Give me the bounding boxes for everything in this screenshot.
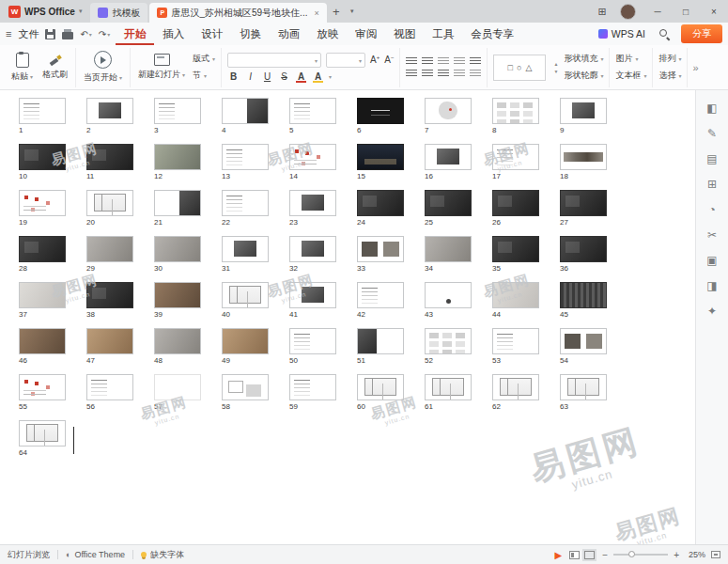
slide-thumbnail[interactable] <box>560 236 607 262</box>
font-color-button[interactable]: A <box>295 71 307 82</box>
slide-thumbnail[interactable] <box>560 98 607 124</box>
increase-font-button[interactable]: A+ <box>370 55 379 65</box>
panel-clock-icon[interactable]: ◔ <box>705 203 720 216</box>
wps-home-button[interactable]: W WPS Office ▾ <box>0 0 90 23</box>
missing-font-tip[interactable]: 缺失字体 <box>141 549 184 561</box>
slide-thumbnail[interactable] <box>357 236 404 262</box>
slide-thumbnail[interactable] <box>19 236 66 262</box>
panel-star-icon[interactable]: ✦ <box>705 305 720 318</box>
slide-thumbnail[interactable] <box>560 282 607 308</box>
slide-thumbnail[interactable] <box>289 144 336 170</box>
italic-button[interactable]: I <box>244 71 256 82</box>
slide-thumbnail[interactable] <box>492 144 539 170</box>
close-button[interactable]: × <box>700 0 728 23</box>
slide-thumbnail[interactable] <box>357 190 404 216</box>
strikethrough-button[interactable]: S <box>278 71 290 82</box>
slide-thumbnail[interactable] <box>154 236 201 262</box>
slide-thumbnail[interactable] <box>560 190 607 216</box>
slide-thumbnail[interactable] <box>19 420 66 446</box>
rectangle-shape-icon[interactable]: □ <box>508 63 513 72</box>
normal-view-button[interactable] <box>569 551 580 559</box>
ribbon-tab[interactable]: 工具 <box>424 23 462 45</box>
apps-grid-icon[interactable]: ⊞ <box>592 0 612 23</box>
slide-thumbnail[interactable] <box>560 328 607 354</box>
slide-thumbnail[interactable] <box>222 144 269 170</box>
slide-thumbnail[interactable] <box>425 190 472 216</box>
slide-thumbnail[interactable] <box>425 236 472 262</box>
slide-thumbnail[interactable] <box>86 374 133 400</box>
panel-notes-icon[interactable]: ▤ <box>705 152 720 165</box>
slide-thumbnail[interactable] <box>19 98 66 124</box>
slide-thumbnail[interactable] <box>86 98 133 124</box>
slide-thumbnail[interactable] <box>425 374 472 400</box>
redo-button[interactable]: ↷▾ <box>99 29 110 39</box>
slide-thumbnail[interactable] <box>492 190 539 216</box>
slide-thumbnail[interactable] <box>154 144 201 170</box>
ribbon-tab[interactable]: 开始 <box>116 23 154 45</box>
highlight-color-button[interactable]: A <box>312 71 324 82</box>
slide-thumbnail[interactable] <box>289 374 336 400</box>
shape-outline-button[interactable]: 形状轮廓▾ <box>564 70 603 82</box>
font-name-select[interactable]: ▾ <box>227 53 321 68</box>
increase-indent-icon[interactable] <box>454 57 465 66</box>
slide-thumbnail[interactable] <box>154 328 201 354</box>
slide-thumbnail[interactable] <box>289 236 336 262</box>
ribbon-tab[interactable]: 设计 <box>193 23 231 45</box>
slide-thumbnail[interactable] <box>222 374 269 400</box>
tab-list-icon[interactable]: ▾ <box>346 0 359 23</box>
panel-split-icon[interactable]: ◨ <box>705 279 720 292</box>
paste-button[interactable]: 粘贴▾ <box>9 53 35 83</box>
bold-button[interactable]: B <box>227 71 240 82</box>
fit-to-window-icon[interactable] <box>711 551 720 558</box>
wps-ai-button[interactable]: WPS AI <box>593 23 651 45</box>
zoom-slider[interactable] <box>613 554 668 556</box>
underline-button[interactable]: U <box>261 71 273 82</box>
maximize-button[interactable]: □ <box>672 0 700 23</box>
slide-thumbnail[interactable] <box>289 98 336 124</box>
slide-thumbnail[interactable] <box>19 374 66 400</box>
align-left-icon[interactable] <box>406 70 417 78</box>
tab-document[interactable]: P 唐思汉_苏州相城区59号地块住... × <box>149 3 326 23</box>
slide-thumbnail[interactable] <box>222 98 269 124</box>
search-button[interactable] <box>651 23 677 45</box>
shape-gallery[interactable]: □ ○ △ <box>493 55 546 81</box>
slide-thumbnail[interactable] <box>492 236 539 262</box>
slide-thumbnail[interactable] <box>86 282 133 308</box>
decrease-indent-icon[interactable] <box>438 57 449 66</box>
text-box-button[interactable]: 文本框▾ <box>615 70 646 82</box>
slide-thumbnail[interactable] <box>425 328 472 354</box>
slide-thumbnail[interactable] <box>19 190 66 216</box>
slide-thumbnail[interactable] <box>19 328 66 354</box>
numbered-list-icon[interactable] <box>422 57 433 66</box>
panel-cut-icon[interactable]: ✂ <box>705 228 720 242</box>
circle-shape-icon[interactable]: ○ <box>517 63 521 72</box>
slide-thumbnail[interactable] <box>222 328 269 354</box>
section-button[interactable]: 节▾ <box>193 70 215 82</box>
play-from-current-button[interactable]: 当页开始▾ <box>82 51 124 84</box>
slide-thumbnail[interactable] <box>154 190 201 216</box>
slide-thumbnail[interactable] <box>222 282 269 308</box>
minimize-button[interactable]: ─ <box>643 0 672 23</box>
slide-thumbnail[interactable] <box>86 190 133 216</box>
tab-template-store[interactable]: 找模板 <box>90 3 147 23</box>
print-icon[interactable] <box>62 32 73 39</box>
theme-indicator[interactable]: ◐ Office Theme <box>66 550 125 559</box>
user-avatar[interactable] <box>620 4 636 20</box>
slide-thumbnail[interactable] <box>425 144 472 170</box>
ribbon-tab[interactable]: 审阅 <box>347 23 385 45</box>
play-slideshow-button[interactable]: ▶ <box>555 550 563 560</box>
layout-button[interactable]: 版式▾ <box>193 53 215 65</box>
decrease-font-button[interactable]: A− <box>384 55 394 65</box>
slide-thumbnail[interactable] <box>222 236 269 262</box>
slide-thumbnail[interactable] <box>492 98 539 124</box>
slide-sorter-view-button[interactable] <box>584 551 595 559</box>
slide-thumbnail[interactable] <box>560 374 607 400</box>
slide-thumbnail[interactable] <box>19 144 66 170</box>
slide-thumbnail[interactable] <box>154 282 201 308</box>
share-button[interactable]: 分享 <box>681 24 722 43</box>
ribbon-tab[interactable]: 切换 <box>231 23 270 45</box>
slide-thumbnail[interactable] <box>425 98 472 124</box>
align-center-icon[interactable] <box>422 70 433 78</box>
file-menu[interactable]: 文件 <box>18 27 39 41</box>
undo-button[interactable]: ↶▾ <box>80 29 91 39</box>
